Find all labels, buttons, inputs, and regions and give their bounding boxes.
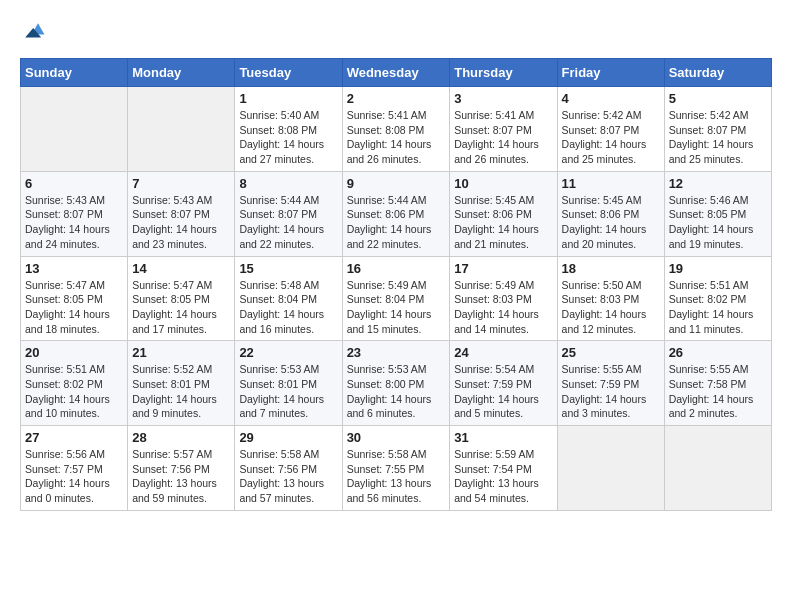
day-info: Sunrise: 5:41 AM Sunset: 8:08 PM Dayligh… xyxy=(347,108,446,167)
day-number: 15 xyxy=(239,261,337,276)
calendar-cell: 25Sunrise: 5:55 AM Sunset: 7:59 PM Dayli… xyxy=(557,341,664,426)
calendar-cell: 10Sunrise: 5:45 AM Sunset: 8:06 PM Dayli… xyxy=(450,171,557,256)
weekday-header-wednesday: Wednesday xyxy=(342,59,450,87)
calendar-cell: 8Sunrise: 5:44 AM Sunset: 8:07 PM Daylig… xyxy=(235,171,342,256)
calendar-cell: 21Sunrise: 5:52 AM Sunset: 8:01 PM Dayli… xyxy=(128,341,235,426)
day-number: 14 xyxy=(132,261,230,276)
day-number: 23 xyxy=(347,345,446,360)
day-number: 6 xyxy=(25,176,123,191)
calendar-cell: 24Sunrise: 5:54 AM Sunset: 7:59 PM Dayli… xyxy=(450,341,557,426)
calendar-cell: 19Sunrise: 5:51 AM Sunset: 8:02 PM Dayli… xyxy=(664,256,771,341)
calendar-cell: 11Sunrise: 5:45 AM Sunset: 8:06 PM Dayli… xyxy=(557,171,664,256)
calendar-cell: 16Sunrise: 5:49 AM Sunset: 8:04 PM Dayli… xyxy=(342,256,450,341)
calendar-cell: 20Sunrise: 5:51 AM Sunset: 8:02 PM Dayli… xyxy=(21,341,128,426)
day-number: 2 xyxy=(347,91,446,106)
calendar-cell: 9Sunrise: 5:44 AM Sunset: 8:06 PM Daylig… xyxy=(342,171,450,256)
calendar-cell: 13Sunrise: 5:47 AM Sunset: 8:05 PM Dayli… xyxy=(21,256,128,341)
day-number: 1 xyxy=(239,91,337,106)
weekday-header-tuesday: Tuesday xyxy=(235,59,342,87)
day-number: 13 xyxy=(25,261,123,276)
day-info: Sunrise: 5:47 AM Sunset: 8:05 PM Dayligh… xyxy=(25,278,123,337)
day-number: 11 xyxy=(562,176,660,191)
day-number: 3 xyxy=(454,91,552,106)
day-number: 12 xyxy=(669,176,767,191)
day-info: Sunrise: 5:41 AM Sunset: 8:07 PM Dayligh… xyxy=(454,108,552,167)
day-info: Sunrise: 5:42 AM Sunset: 8:07 PM Dayligh… xyxy=(669,108,767,167)
day-number: 9 xyxy=(347,176,446,191)
day-number: 24 xyxy=(454,345,552,360)
day-number: 22 xyxy=(239,345,337,360)
logo xyxy=(20,20,46,48)
calendar-cell: 15Sunrise: 5:48 AM Sunset: 8:04 PM Dayli… xyxy=(235,256,342,341)
calendar-cell xyxy=(21,87,128,172)
day-number: 5 xyxy=(669,91,767,106)
day-info: Sunrise: 5:51 AM Sunset: 8:02 PM Dayligh… xyxy=(669,278,767,337)
day-number: 21 xyxy=(132,345,230,360)
day-info: Sunrise: 5:55 AM Sunset: 7:59 PM Dayligh… xyxy=(562,362,660,421)
calendar-cell: 6Sunrise: 5:43 AM Sunset: 8:07 PM Daylig… xyxy=(21,171,128,256)
day-number: 27 xyxy=(25,430,123,445)
day-info: Sunrise: 5:43 AM Sunset: 8:07 PM Dayligh… xyxy=(25,193,123,252)
weekday-header-thursday: Thursday xyxy=(450,59,557,87)
calendar-cell: 30Sunrise: 5:58 AM Sunset: 7:55 PM Dayli… xyxy=(342,426,450,511)
day-number: 25 xyxy=(562,345,660,360)
day-info: Sunrise: 5:54 AM Sunset: 7:59 PM Dayligh… xyxy=(454,362,552,421)
calendar-week-2: 6Sunrise: 5:43 AM Sunset: 8:07 PM Daylig… xyxy=(21,171,772,256)
calendar-cell: 31Sunrise: 5:59 AM Sunset: 7:54 PM Dayli… xyxy=(450,426,557,511)
calendar-cell: 1Sunrise: 5:40 AM Sunset: 8:08 PM Daylig… xyxy=(235,87,342,172)
calendar-cell: 29Sunrise: 5:58 AM Sunset: 7:56 PM Dayli… xyxy=(235,426,342,511)
calendar-cell: 26Sunrise: 5:55 AM Sunset: 7:58 PM Dayli… xyxy=(664,341,771,426)
calendar-cell: 12Sunrise: 5:46 AM Sunset: 8:05 PM Dayli… xyxy=(664,171,771,256)
day-number: 18 xyxy=(562,261,660,276)
day-number: 30 xyxy=(347,430,446,445)
day-number: 17 xyxy=(454,261,552,276)
day-number: 31 xyxy=(454,430,552,445)
calendar-cell: 14Sunrise: 5:47 AM Sunset: 8:05 PM Dayli… xyxy=(128,256,235,341)
weekday-header-row: SundayMondayTuesdayWednesdayThursdayFrid… xyxy=(21,59,772,87)
calendar-cell: 18Sunrise: 5:50 AM Sunset: 8:03 PM Dayli… xyxy=(557,256,664,341)
calendar-cell: 2Sunrise: 5:41 AM Sunset: 8:08 PM Daylig… xyxy=(342,87,450,172)
day-info: Sunrise: 5:55 AM Sunset: 7:58 PM Dayligh… xyxy=(669,362,767,421)
calendar-week-5: 27Sunrise: 5:56 AM Sunset: 7:57 PM Dayli… xyxy=(21,426,772,511)
day-info: Sunrise: 5:58 AM Sunset: 7:55 PM Dayligh… xyxy=(347,447,446,506)
calendar-cell xyxy=(664,426,771,511)
day-info: Sunrise: 5:45 AM Sunset: 8:06 PM Dayligh… xyxy=(562,193,660,252)
day-info: Sunrise: 5:42 AM Sunset: 8:07 PM Dayligh… xyxy=(562,108,660,167)
calendar-cell: 27Sunrise: 5:56 AM Sunset: 7:57 PM Dayli… xyxy=(21,426,128,511)
day-number: 8 xyxy=(239,176,337,191)
day-info: Sunrise: 5:44 AM Sunset: 8:07 PM Dayligh… xyxy=(239,193,337,252)
weekday-header-friday: Friday xyxy=(557,59,664,87)
calendar-week-4: 20Sunrise: 5:51 AM Sunset: 8:02 PM Dayli… xyxy=(21,341,772,426)
calendar-cell xyxy=(557,426,664,511)
day-info: Sunrise: 5:48 AM Sunset: 8:04 PM Dayligh… xyxy=(239,278,337,337)
calendar-cell: 7Sunrise: 5:43 AM Sunset: 8:07 PM Daylig… xyxy=(128,171,235,256)
day-number: 10 xyxy=(454,176,552,191)
day-number: 19 xyxy=(669,261,767,276)
calendar: SundayMondayTuesdayWednesdayThursdayFrid… xyxy=(20,58,772,511)
day-info: Sunrise: 5:44 AM Sunset: 8:06 PM Dayligh… xyxy=(347,193,446,252)
day-info: Sunrise: 5:49 AM Sunset: 8:04 PM Dayligh… xyxy=(347,278,446,337)
day-info: Sunrise: 5:50 AM Sunset: 8:03 PM Dayligh… xyxy=(562,278,660,337)
day-info: Sunrise: 5:53 AM Sunset: 8:01 PM Dayligh… xyxy=(239,362,337,421)
day-number: 20 xyxy=(25,345,123,360)
day-info: Sunrise: 5:43 AM Sunset: 8:07 PM Dayligh… xyxy=(132,193,230,252)
calendar-cell: 23Sunrise: 5:53 AM Sunset: 8:00 PM Dayli… xyxy=(342,341,450,426)
day-info: Sunrise: 5:40 AM Sunset: 8:08 PM Dayligh… xyxy=(239,108,337,167)
calendar-cell: 5Sunrise: 5:42 AM Sunset: 8:07 PM Daylig… xyxy=(664,87,771,172)
calendar-cell: 4Sunrise: 5:42 AM Sunset: 8:07 PM Daylig… xyxy=(557,87,664,172)
day-info: Sunrise: 5:57 AM Sunset: 7:56 PM Dayligh… xyxy=(132,447,230,506)
day-info: Sunrise: 5:58 AM Sunset: 7:56 PM Dayligh… xyxy=(239,447,337,506)
calendar-cell: 22Sunrise: 5:53 AM Sunset: 8:01 PM Dayli… xyxy=(235,341,342,426)
day-number: 16 xyxy=(347,261,446,276)
calendar-cell: 28Sunrise: 5:57 AM Sunset: 7:56 PM Dayli… xyxy=(128,426,235,511)
day-info: Sunrise: 5:51 AM Sunset: 8:02 PM Dayligh… xyxy=(25,362,123,421)
day-info: Sunrise: 5:47 AM Sunset: 8:05 PM Dayligh… xyxy=(132,278,230,337)
day-number: 7 xyxy=(132,176,230,191)
day-number: 26 xyxy=(669,345,767,360)
day-number: 29 xyxy=(239,430,337,445)
calendar-cell xyxy=(128,87,235,172)
weekday-header-sunday: Sunday xyxy=(21,59,128,87)
day-info: Sunrise: 5:52 AM Sunset: 8:01 PM Dayligh… xyxy=(132,362,230,421)
day-info: Sunrise: 5:46 AM Sunset: 8:05 PM Dayligh… xyxy=(669,193,767,252)
calendar-cell: 17Sunrise: 5:49 AM Sunset: 8:03 PM Dayli… xyxy=(450,256,557,341)
